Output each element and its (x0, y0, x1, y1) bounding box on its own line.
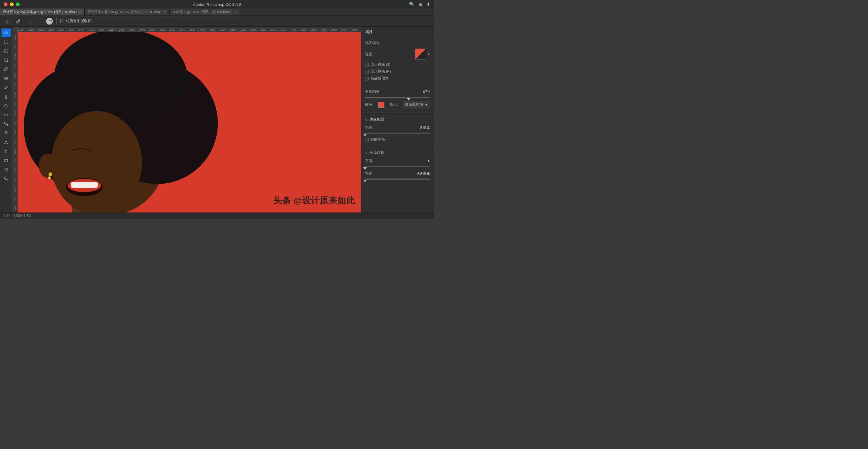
radius-label: 半径: (365, 125, 373, 130)
view-thumbnail[interactable] (415, 49, 426, 60)
svg-point-24 (54, 32, 187, 126)
radius-value: 0 像素 (420, 125, 430, 130)
show-original-checkbox[interactable] (365, 70, 369, 73)
show-edge-row: 显示边缘 (J) (365, 62, 430, 67)
subtract-icon[interactable]: − (36, 17, 45, 26)
right-panel: 属性 视图模式 视图: ▼ 显示边缘 (J) (361, 27, 434, 212)
divider-1 (56, 18, 57, 25)
feather-value: 0.0 像素 (417, 171, 430, 176)
global-adjust-chevron: ∨ (365, 151, 368, 155)
global-adjust-header[interactable]: ∨ 全局调整 (365, 150, 430, 155)
opacity-value: 67% (423, 90, 430, 94)
tab-close-0[interactable]: ✕ (79, 10, 81, 14)
hand-tool[interactable] (2, 165, 11, 174)
tab-label-2: 未标题-1 @ 155% (图层 1, 快速蒙版/8) * (173, 10, 232, 14)
toolbar: ⌂ + − 103 对所有图层取样 (0, 16, 434, 27)
view-dropdown-arrow[interactable]: ▼ (427, 53, 430, 56)
radius-slider-container (365, 133, 430, 134)
status-bar: 文档: 45.8M/45.8M (0, 212, 434, 218)
color-label: 颜色: (365, 102, 373, 107)
tab-label-0: 设计原来如此的副本.psd @ 128% (背景, RGB/8) * (3, 10, 77, 14)
brush-size-value: 103 (47, 20, 52, 23)
ruler-corner (12, 27, 18, 32)
svg-point-29 (39, 154, 57, 178)
eyedropper-tool[interactable] (2, 65, 11, 73)
global-adjust-label: 全局调整 (370, 150, 384, 155)
tab-2[interactable]: 未标题-1 @ 155% (图层 1, 快速蒙版/8) * ✕ (169, 8, 240, 16)
opacity-slider-thumb[interactable] (407, 98, 410, 100)
all-layers-checkbox-box[interactable] (60, 19, 64, 23)
smooth-slider-track[interactable] (365, 166, 430, 167)
radius-slider-track[interactable] (365, 133, 430, 134)
tab-close-2[interactable]: ✕ (234, 10, 237, 14)
opacity-slider-track[interactable] (365, 97, 430, 98)
svg-rect-28 (71, 182, 98, 188)
svg-point-10 (7, 124, 8, 126)
indicate-arrow: ▼ (425, 102, 428, 107)
move-tool[interactable] (2, 29, 11, 37)
ruler-numbers (18, 27, 361, 32)
paint-bucket-tool[interactable] (2, 120, 11, 128)
share-icon[interactable]: ⬆ (426, 2, 430, 7)
tab-1[interactable]: 设计原来如此.psd @ 16.7% (颜色填充 2, RGB/8) * ✕ (85, 8, 169, 16)
all-layers-checkbox[interactable]: 对所有图层取样 (60, 19, 91, 24)
color-row: 颜色: 指示: 被蒙版区域 ▼ (365, 101, 430, 108)
shape-tool[interactable] (2, 156, 11, 164)
brush-size-indicator[interactable]: 103 (46, 18, 53, 25)
indicate-dropdown[interactable]: 被蒙版区域 ▼ (403, 101, 430, 108)
canvas-viewport[interactable]: 头条 @设计原来如此 (18, 32, 361, 212)
app-title: Adobe Photoshop CC 2019 (193, 2, 241, 7)
smooth-slider-thumb[interactable] (363, 167, 367, 170)
eraser-tool[interactable] (2, 111, 11, 119)
close-button[interactable] (4, 2, 8, 6)
radius-row: 半径: 0 像素 (365, 125, 430, 130)
brush-tool[interactable] (2, 83, 11, 92)
arrange-icon[interactable]: ▣ (418, 2, 423, 7)
clone-tool[interactable] (2, 92, 11, 101)
feather-slider-thumb[interactable] (363, 180, 367, 182)
color-swatch[interactable] (378, 102, 384, 108)
history-tool[interactable] (2, 101, 11, 110)
tab-close-1[interactable]: ✕ (164, 10, 166, 14)
smart-radius-row: 智能半径 (365, 137, 430, 142)
watermark: 头条 @设计原来如此 (273, 195, 355, 206)
crop-tool[interactable] (2, 56, 11, 64)
svg-point-0 (19, 19, 20, 20)
smooth-value: 0 (428, 159, 430, 163)
dodge-tool[interactable] (2, 129, 11, 137)
edge-detection-label: 边缘检测 (370, 117, 384, 122)
high-quality-label: 高品质预览 (370, 76, 389, 81)
brush-icon[interactable] (14, 17, 23, 26)
heal-tool[interactable] (2, 74, 11, 83)
smart-radius-checkbox[interactable] (365, 138, 369, 142)
panel-header: 属性 (361, 27, 434, 37)
indicate-value: 被蒙版区域 (405, 102, 423, 107)
svg-point-31 (48, 176, 51, 179)
tab-label-1: 设计原来如此.psd @ 16.7% (颜色填充 2, RGB/8) * (88, 10, 162, 14)
feather-slider-track[interactable] (365, 179, 430, 180)
add-icon[interactable]: + (27, 17, 35, 26)
zoom-tool[interactable] (2, 174, 11, 183)
feather-row: 羽化: 0.0 像素 (365, 171, 430, 176)
high-quality-checkbox[interactable] (365, 77, 369, 81)
view-row: 视图: ▼ (365, 49, 430, 60)
svg-point-7 (5, 95, 7, 97)
minimize-button[interactable] (10, 2, 14, 6)
svg-text:T: T (5, 149, 7, 154)
traffic-lights (4, 2, 20, 6)
svg-marker-1 (4, 31, 8, 35)
svg-rect-2 (4, 40, 8, 44)
text-tool[interactable]: T (2, 147, 11, 155)
edge-detection-header[interactable]: ∨ 边缘检测 (365, 117, 430, 122)
show-edge-label: 显示边缘 (J) (370, 62, 390, 67)
home-icon[interactable]: ⌂ (3, 17, 11, 26)
svg-point-3 (4, 70, 5, 71)
tab-0[interactable]: 设计原来如此的副本.psd @ 128% (背景, RGB/8) * ✕ (0, 8, 85, 16)
search-icon[interactable]: 🔍 (409, 2, 415, 7)
maximize-button[interactable] (16, 2, 20, 6)
selection-tool[interactable] (2, 38, 11, 46)
show-edge-checkbox[interactable] (365, 63, 369, 66)
lasso-tool[interactable] (2, 47, 11, 55)
pen-tool[interactable] (2, 138, 11, 146)
radius-slider-thumb[interactable] (363, 134, 367, 136)
